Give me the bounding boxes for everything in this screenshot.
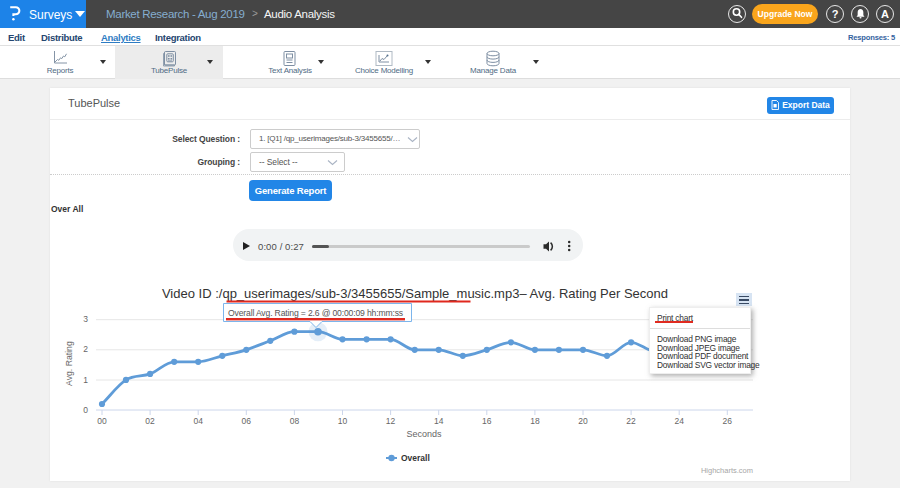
svg-text:06: 06 [242, 416, 252, 426]
svg-text:02: 02 [145, 416, 155, 426]
svg-text:10: 10 [338, 416, 348, 426]
svg-text:Seconds: Seconds [406, 429, 442, 439]
svg-text:0: 0 [83, 405, 88, 415]
svg-text:16: 16 [482, 416, 492, 426]
svg-text:24: 24 [674, 416, 684, 426]
svg-text:Video ID :/qp_userimages/sub-3: Video ID :/qp_userimages/sub-3/3455655/S… [162, 286, 668, 301]
svg-text:08: 08 [290, 416, 300, 426]
svg-text:20: 20 [578, 416, 588, 426]
svg-text:22: 22 [626, 416, 636, 426]
svg-text:12: 12 [386, 416, 396, 426]
svg-text:04: 04 [193, 416, 203, 426]
svg-text:Overall: Overall [401, 453, 430, 463]
svg-text:18: 18 [530, 416, 540, 426]
svg-text:Highcharts.com: Highcharts.com [701, 466, 753, 475]
svg-text:26: 26 [723, 416, 733, 426]
svg-text:Avg. Rating: Avg. Rating [65, 341, 75, 386]
svg-text:Overall Avg. Rating = 2.6 @ 00: Overall Avg. Rating = 2.6 @ 00:00:09 hh:… [228, 308, 403, 318]
svg-text:00: 00 [97, 416, 107, 426]
svg-text:2: 2 [83, 344, 88, 354]
svg-text:3: 3 [83, 314, 88, 324]
svg-text:14: 14 [434, 416, 444, 426]
svg-text:1: 1 [83, 375, 88, 385]
